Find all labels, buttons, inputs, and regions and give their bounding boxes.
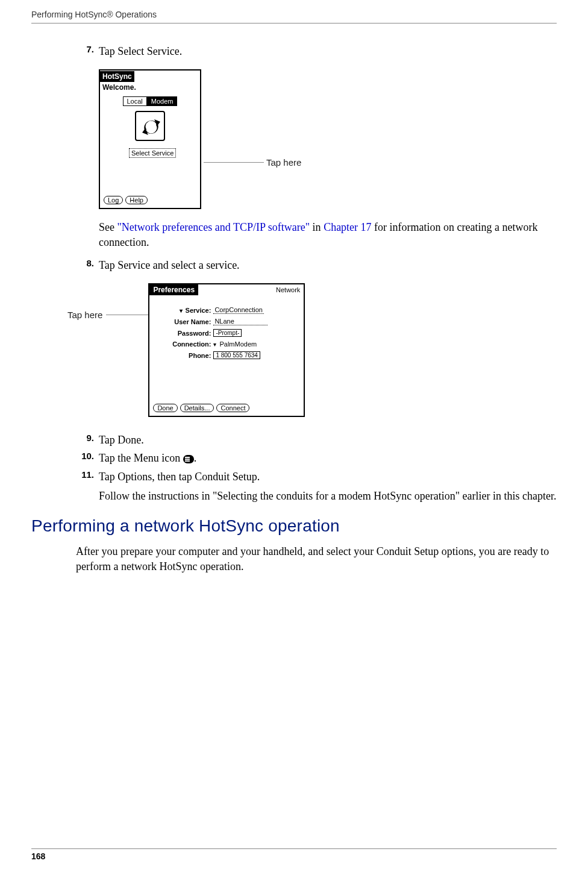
step-text: Tap Options, then tap Conduit Setup.: [99, 471, 260, 483]
prefs-header: Preferences Network: [149, 284, 304, 295]
section-paragraph: After you prepare your computer and your…: [76, 544, 557, 574]
link-chapter-17[interactable]: Chapter 17: [324, 221, 371, 233]
step-number: 9.: [76, 433, 94, 443]
step-11-followup: Follow the instructions in "Selecting th…: [99, 489, 557, 503]
step-text: Tap Service and select a service.: [99, 259, 240, 271]
callout-line: [106, 315, 148, 315]
value-service[interactable]: CorpConnection: [213, 306, 264, 314]
step-11: 11. Tap Options, then tap Conduit Setup.: [99, 469, 557, 484]
value-username[interactable]: NLane: [213, 318, 267, 325]
tab-local[interactable]: Local: [123, 96, 147, 106]
label-password: Password:: [154, 330, 213, 337]
prefs-title: Preferences: [149, 284, 198, 295]
footer-rule: [31, 848, 557, 849]
label-service: ▾ Service:: [154, 307, 213, 314]
preferences-screenshot: Preferences Network ▾ Service: CorpConne…: [148, 283, 305, 417]
step-7-followup: See "Network preferences and TCP/IP soft…: [99, 220, 557, 249]
value-connection[interactable]: ▾ PalmModem: [213, 340, 257, 348]
section-heading-network-hotsync: Performing a network HotSync operation: [31, 516, 557, 536]
tab-modem[interactable]: Modem: [147, 96, 178, 106]
callout-tap-here-1: Tap here: [204, 157, 301, 168]
callout-label: Tap here: [266, 157, 301, 168]
text: in: [310, 221, 324, 233]
label-phone: Phone:: [154, 352, 213, 359]
step-number: 7.: [76, 44, 94, 54]
menu-icon: [183, 455, 194, 463]
label-username: User Name:: [154, 318, 213, 325]
label-connection: Connection:: [154, 340, 213, 348]
done-button[interactable]: Done: [153, 404, 177, 412]
step-10: 10. Tap the Menu icon .: [99, 451, 557, 465]
dropdown-arrow-icon[interactable]: ▾: [180, 307, 183, 314]
step-text: Tap Done.: [99, 434, 144, 446]
row-service: ▾ Service: CorpConnection: [154, 306, 299, 314]
bottom-buttons: Log Help: [104, 196, 148, 204]
value-phone[interactable]: 1 800 555 7634: [213, 351, 260, 359]
page-number: 168: [31, 851, 557, 861]
prefs-form: ▾ Service: CorpConnection User Name: NLa…: [149, 295, 304, 359]
step-number: 8.: [76, 258, 94, 268]
screenshot-hotsync-row: HotSync Welcome. Local Modem Select Serv…: [99, 69, 557, 209]
step-text: Tap Select Service.: [99, 45, 182, 57]
step-number: 10.: [76, 451, 94, 461]
text-a: Tap the Menu icon: [99, 452, 183, 464]
callout-tap-here-2: Tap here: [67, 310, 148, 320]
row-phone: Phone: 1 800 555 7634: [154, 351, 299, 359]
step-number: 11.: [76, 469, 94, 480]
step-8: 8. Tap Service and select a service.: [99, 258, 557, 272]
screenshot-prefs-row: Tap here Preferences Network ▾ Service: …: [67, 283, 557, 417]
prefs-bottom-buttons: Done Details... Connect: [153, 404, 249, 412]
page-content: 7. Tap Select Service. HotSync Welcome. …: [0, 24, 588, 574]
hotsync-titlebar: HotSync: [100, 71, 134, 82]
connect-button[interactable]: Connect: [216, 404, 249, 412]
running-header: Performing HotSync® Operations: [0, 0, 588, 23]
step-text: Tap the Menu icon .: [99, 452, 196, 464]
label-text: Service:: [186, 307, 211, 314]
link-network-prefs[interactable]: "Network preferences and TCP/IP software…: [117, 221, 310, 233]
help-button[interactable]: Help: [125, 196, 148, 204]
tabs: Local Modem: [100, 96, 200, 106]
callout-line: [204, 162, 264, 163]
select-service-button[interactable]: Select Service: [129, 148, 176, 158]
row-connection: Connection: ▾ PalmModem: [154, 340, 299, 348]
hotsync-screenshot: HotSync Welcome. Local Modem Select Serv…: [99, 69, 201, 209]
row-username: User Name: NLane: [154, 318, 299, 325]
value-text: PalmModem: [219, 340, 257, 348]
step-7: 7. Tap Select Service.: [99, 44, 557, 58]
prefs-category[interactable]: Network: [276, 286, 300, 293]
value-password[interactable]: -Prompt-: [213, 329, 242, 337]
log-button[interactable]: Log: [104, 196, 123, 204]
callout-label: Tap here: [67, 310, 102, 320]
page-footer: 168: [31, 848, 557, 861]
details-button[interactable]: Details...: [180, 404, 214, 412]
hotsync-icon[interactable]: [135, 111, 165, 141]
dropdown-arrow-icon: ▾: [213, 341, 216, 348]
text-b: .: [194, 452, 197, 464]
hotsync-welcome: Welcome.: [100, 82, 200, 96]
text: See: [99, 221, 117, 233]
step-9: 9. Tap Done.: [99, 433, 557, 447]
row-password: Password: -Prompt-: [154, 329, 299, 337]
